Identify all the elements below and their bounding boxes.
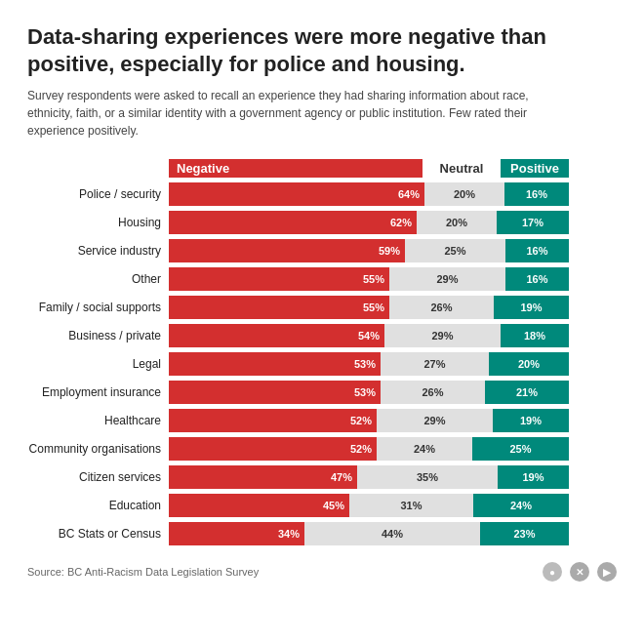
bar-negative: 55% [169,267,389,291]
table-row: Legal 53% 27% 20% [27,351,617,377]
neg-label: 55% [363,273,384,285]
table-row: Community organisations 52% 24% 25% [27,436,617,462]
subtitle: Survey respondents were asked to recall … [27,87,574,140]
neu-label: 27% [423,358,445,370]
row-label: Community organisations [27,442,169,456]
header-neutral: Neutral [423,159,501,178]
neu-label: 31% [400,500,422,511]
table-row: Citizen services 47% 35% 19% [27,464,617,490]
table-row: Business / private 54% 29% 18% [27,323,617,348]
neu-label: 29% [436,273,458,285]
row-label: Police / security [27,187,169,201]
neu-label: 29% [431,330,453,342]
bar-positive: 19% [493,409,569,432]
icon-circle: ● [543,562,562,582]
bar-negative: 53% [169,352,381,376]
pos-label: 19% [520,415,542,426]
bars: 34% 44% 23% [169,522,617,545]
bar-negative: 64% [169,182,424,206]
bar-neutral: 29% [377,409,493,432]
bar-neutral: 29% [389,267,505,291]
neg-label: 64% [398,188,420,200]
neu-label: 29% [423,415,445,426]
pos-label: 21% [516,386,538,398]
header-positive: Positive [501,159,569,178]
row-label: BC Stats or Census [27,527,169,541]
bar-negative: 47% [169,465,357,489]
row-label: Education [27,499,169,512]
bars: 45% 31% 24% [169,494,617,517]
pos-label: 18% [524,330,545,342]
bar-positive: 17% [497,211,569,234]
bar-neutral: 25% [405,239,505,262]
neu-label: 25% [444,245,465,257]
bar-negative: 54% [169,324,384,347]
bar-neutral: 20% [424,182,504,206]
pos-label: 24% [510,500,532,511]
source-row: Source: BC Anti-Racism Data Legislation … [27,562,617,582]
neg-label: 52% [350,415,372,426]
chart-rows: Police / security 64% 20% 16% Housing 62… [27,181,617,546]
bar-negative: 53% [169,381,381,404]
row-label: Business / private [27,329,169,342]
page-title: Data-sharing experiences were more negat… [27,23,617,77]
row-label: Employment insurance [27,385,169,399]
row-label: Legal [27,357,169,371]
bar-neutral: 20% [417,211,497,234]
table-row: Housing 62% 20% 17% [27,210,617,235]
neu-label: 20% [446,217,467,228]
table-row: BC Stats or Census 34% 44% 23% [27,521,617,546]
neg-label: 54% [358,330,380,342]
bar-positive: 16% [505,267,569,291]
bars: 47% 35% 19% [169,465,617,489]
pos-label: 16% [526,245,547,257]
bars: 59% 25% 16% [169,239,617,262]
pos-label: 19% [522,471,543,483]
bars: 52% 29% 19% [169,409,617,432]
row-label: Housing [27,216,169,229]
bar-neutral: 29% [384,324,501,347]
bars: 55% 26% 19% [169,296,617,319]
row-label: Other [27,272,169,286]
bar-negative: 45% [169,494,349,517]
neu-label: 26% [430,302,452,313]
bar-positive: 25% [472,437,569,461]
table-row: Healthcare 52% 29% 19% [27,408,617,433]
bar-negative: 62% [169,211,417,234]
pos-label: 16% [526,273,547,285]
bar-negative: 52% [169,437,377,461]
bar-positive: 20% [489,352,569,376]
neu-label: 20% [454,188,475,200]
bar-neutral: 24% [377,437,472,461]
bars: 55% 29% 16% [169,267,617,291]
table-row: Family / social supports 55% 26% 19% [27,295,617,320]
bar-neutral: 26% [389,296,494,319]
bar-positive: 16% [504,182,569,206]
neu-label: 26% [422,386,443,398]
bars: 53% 27% 20% [169,352,617,376]
source-icons: ● ✕ ▶ [543,562,617,582]
bars: 62% 20% 17% [169,211,617,234]
bar-positive: 19% [494,296,569,319]
neg-label: 52% [350,443,372,455]
table-row: Police / security 64% 20% 16% [27,181,617,207]
bar-positive: 16% [505,239,569,262]
header-negative: Negative [169,159,423,178]
bar-positive: 19% [498,465,569,489]
bar-positive: 23% [480,522,569,545]
source-text: Source: BC Anti-Racism Data Legislation … [27,566,259,578]
bars: 53% 26% 21% [169,381,617,404]
bars: 52% 24% 25% [169,437,617,461]
bar-positive: 24% [473,494,569,517]
table-row: Other 55% 29% 16% [27,266,617,292]
neu-label: 35% [417,471,438,483]
neg-label: 47% [331,471,352,483]
bar-negative: 34% [169,522,304,545]
neg-label: 45% [323,500,344,511]
pos-label: 17% [522,217,543,228]
neg-label: 53% [354,358,376,370]
neg-label: 34% [278,528,300,540]
bar-negative: 59% [169,239,405,262]
neg-label: 53% [354,386,376,398]
bars: 64% 20% 16% [169,182,617,206]
